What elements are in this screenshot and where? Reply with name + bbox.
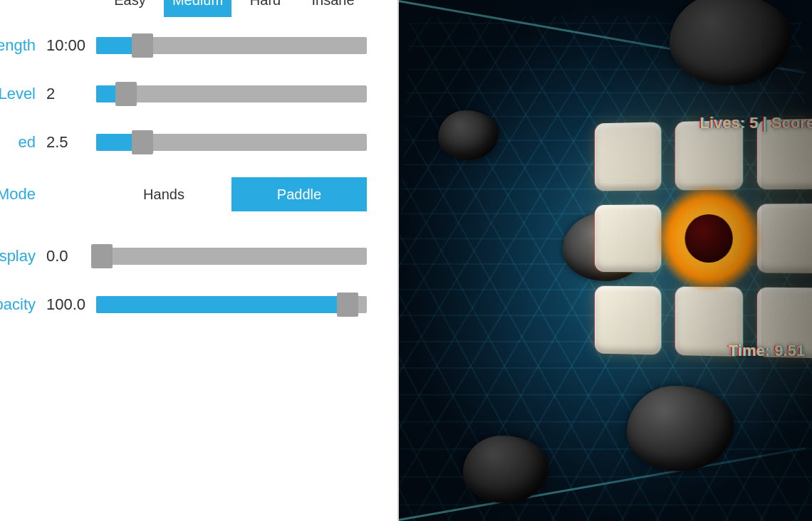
brick xyxy=(757,288,812,359)
difficulty-option-easy[interactable]: Easy xyxy=(96,0,164,17)
brick-wall xyxy=(595,118,812,358)
slider-level[interactable] xyxy=(96,85,367,102)
settings-panel: EasyMediumHardInsane ength10:00Level2ed2… xyxy=(0,0,399,521)
difficulty-option-medium[interactable]: Medium xyxy=(164,0,231,17)
setting-label-speed: ed xyxy=(0,133,43,152)
difficulty-option-hard[interactable]: Hard xyxy=(231,0,299,17)
setting-value-length: 10:00 xyxy=(43,36,96,55)
mode-option-hands[interactable]: Hands xyxy=(96,177,231,211)
difficulty-option-insane[interactable]: Insane xyxy=(299,0,367,17)
setting-value-level: 2 xyxy=(43,85,96,103)
slider-thumb[interactable] xyxy=(91,244,113,268)
mode-toggle[interactable]: HandsPaddle xyxy=(96,177,367,211)
setting-row-length: ength10:00 xyxy=(0,21,399,70)
setting-value-speed: 2.5 xyxy=(43,133,96,152)
fireball xyxy=(675,204,743,273)
slider-speed[interactable] xyxy=(96,134,367,151)
slider-thumb[interactable] xyxy=(337,293,358,317)
brick xyxy=(675,120,743,190)
setting-row-opacity: Opacity100.0 xyxy=(0,280,399,329)
setting-row-level: Level2 xyxy=(0,70,399,118)
brick xyxy=(757,118,812,189)
slider-display[interactable] xyxy=(96,248,367,265)
setting-value-display: 0.0 xyxy=(43,247,96,265)
brick xyxy=(595,204,661,273)
brick xyxy=(757,204,812,274)
setting-label-length: ength xyxy=(0,36,43,55)
slider-thumb[interactable] xyxy=(132,33,153,58)
setting-label-opacity: Opacity xyxy=(0,295,43,314)
setting-label-level: Level xyxy=(0,85,43,103)
setting-row-display: Display0.0 xyxy=(0,232,399,280)
slider-thumb[interactable] xyxy=(132,130,153,154)
brick xyxy=(595,286,661,355)
slider-track xyxy=(96,85,367,102)
slider-track xyxy=(96,248,367,265)
setting-row-speed: ed2.5 xyxy=(0,118,399,167)
mode-option-paddle[interactable]: Paddle xyxy=(231,177,367,211)
setting-label-mode: Mode xyxy=(0,185,43,204)
slider-opacity[interactable] xyxy=(96,296,367,313)
setting-value-opacity: 100.0 xyxy=(43,295,96,314)
slider-fill xyxy=(96,296,348,313)
game-preview: Lives: 5 | Score Time: 9.51 xyxy=(399,0,812,521)
setting-label-display: Display xyxy=(0,247,43,265)
setting-row-mode: ModeHandsPaddle xyxy=(0,167,399,222)
slider-length[interactable] xyxy=(96,37,367,54)
brick xyxy=(675,287,743,357)
slider-thumb[interactable] xyxy=(115,82,137,106)
difficulty-selector[interactable]: EasyMediumHardInsane xyxy=(96,0,367,17)
brick xyxy=(595,122,661,191)
